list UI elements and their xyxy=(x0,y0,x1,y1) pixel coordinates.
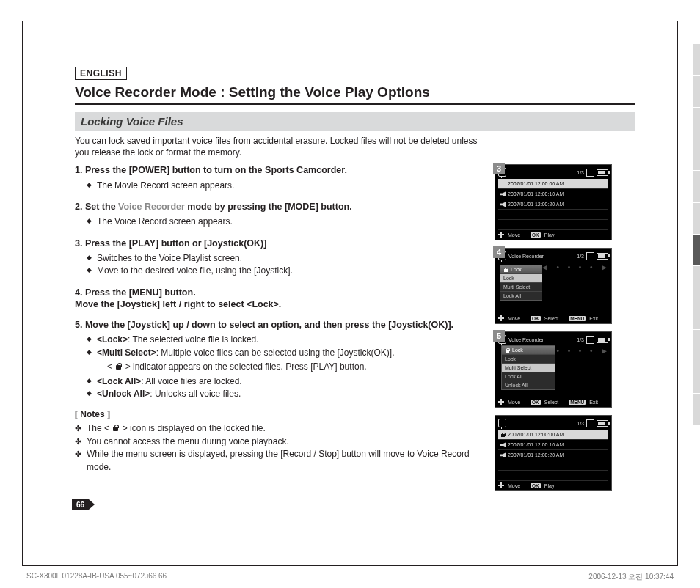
screenshot-4: 4 Voice Recorder 1/3 ◄••••► Lock Lock Mu… xyxy=(495,248,618,324)
intro-text: You can lock saved important voice files… xyxy=(75,135,486,158)
speaker-icon xyxy=(500,202,506,207)
footer-timestamp: 2006-12-13 오전 10:37:44 xyxy=(588,572,674,582)
card-icon xyxy=(586,169,594,177)
battery-icon xyxy=(597,337,608,343)
dpad-icon xyxy=(498,232,504,238)
step-3-sub-1: Switches to the Voice Playlist screen. xyxy=(87,252,486,265)
section-subtitle: Locking Voice Files xyxy=(75,112,635,131)
print-footer: SC-X300L 01228A-IB-USA 055~072.i66 66 20… xyxy=(26,572,674,582)
step-1: 1. Press the [POWER] button to turn on t… xyxy=(75,164,486,192)
side-index-tabs xyxy=(693,44,700,425)
step-5-opt-multi-note: < > indicator appears on the selected fi… xyxy=(87,361,486,373)
screenshot-3: 3 1/3 2007/01/01 12:00:00 AM 2007/01/01 … xyxy=(495,164,618,240)
notes-header: [ Notes ] xyxy=(75,409,486,419)
lock-icon xyxy=(500,432,506,437)
card-icon xyxy=(586,419,594,427)
battery-icon xyxy=(597,253,608,260)
content-area: ENGLISH Voice Recorder Mode : Setting th… xyxy=(75,66,635,499)
speaker-icon xyxy=(500,442,506,447)
battery-icon xyxy=(597,420,608,427)
page-title: Voice Recorder Mode : Setting the Voice … xyxy=(75,84,635,105)
screenshot-number-4: 4 xyxy=(493,246,505,258)
step-5-opt-multi: <Multi Select>: Multiple voice files can… xyxy=(87,347,486,359)
lock-icon xyxy=(503,267,508,272)
battery-icon xyxy=(597,169,608,176)
footer-filename: SC-X300L 01228A-IB-USA 055~072.i66 66 xyxy=(26,572,167,582)
lock-icon xyxy=(114,362,123,370)
dpad-icon xyxy=(498,399,504,405)
step-3: 3. Press the [PLAY] button or [Joystick(… xyxy=(75,238,486,278)
step-4: 4. Press the [MENU] button.Move the [Joy… xyxy=(75,287,486,311)
step-5-opt-lock: <Lock>: The selected voice file is locke… xyxy=(87,334,486,346)
lock-icon xyxy=(112,424,120,432)
screenshot-number-5: 5 xyxy=(493,330,505,342)
page-number: 66 xyxy=(72,499,89,510)
step-3-sub-2: Move to the desired voice file, using th… xyxy=(87,265,486,277)
screenshot-final: 1/3 2007/01/01 12:00:00 AM 2007/01/01 12… xyxy=(495,415,618,491)
lock-menu: Lock Lock Multi Select Lock All xyxy=(500,265,542,301)
step-1-sub: The Movie Record screen appears. xyxy=(87,180,486,192)
step-2-sub: The Voice Record screen appears. xyxy=(87,216,486,228)
step-5-opt-unlockall: <Unlock All>: Unlocks all voice files. xyxy=(87,388,486,400)
lock-icon xyxy=(505,348,510,353)
step-5: 5. Move the [Joystick] up / down to sele… xyxy=(75,319,486,400)
dpad-icon xyxy=(498,315,504,321)
dpad-icon xyxy=(498,482,504,488)
screenshots-column: 3 1/3 2007/01/01 12:00:00 AM 2007/01/01 … xyxy=(495,164,618,499)
screenshot-5: 5 Voice Recorder 1/3 ◄••••► Lock Lock Mu… xyxy=(495,331,618,408)
card-icon xyxy=(586,336,594,344)
card-icon xyxy=(586,252,594,260)
lock-menu: Lock Lock Multi Select Lock All Unlock A… xyxy=(501,345,555,390)
note-3: While the menu screen is displayed, pres… xyxy=(75,448,486,474)
speaker-icon xyxy=(500,191,506,196)
speaker-icon xyxy=(500,452,506,457)
manual-page: ENGLISH Voice Recorder Mode : Setting th… xyxy=(0,0,700,588)
note-1: The < > icon is displayed on the locked … xyxy=(75,422,486,435)
step-2: 2. Set the Voice Recorder mode by pressi… xyxy=(75,201,486,229)
note-2: You cannot access the menu during voice … xyxy=(75,436,486,448)
mic-icon xyxy=(498,419,506,427)
instructions-column: 1. Press the [POWER] button to turn on t… xyxy=(75,164,486,474)
step-5-opt-lockall: <Lock All>: All voice files are locked. xyxy=(87,375,486,388)
screenshot-number-3: 3 xyxy=(493,163,505,174)
language-badge: ENGLISH xyxy=(75,67,127,80)
speaker-icon xyxy=(500,181,506,186)
